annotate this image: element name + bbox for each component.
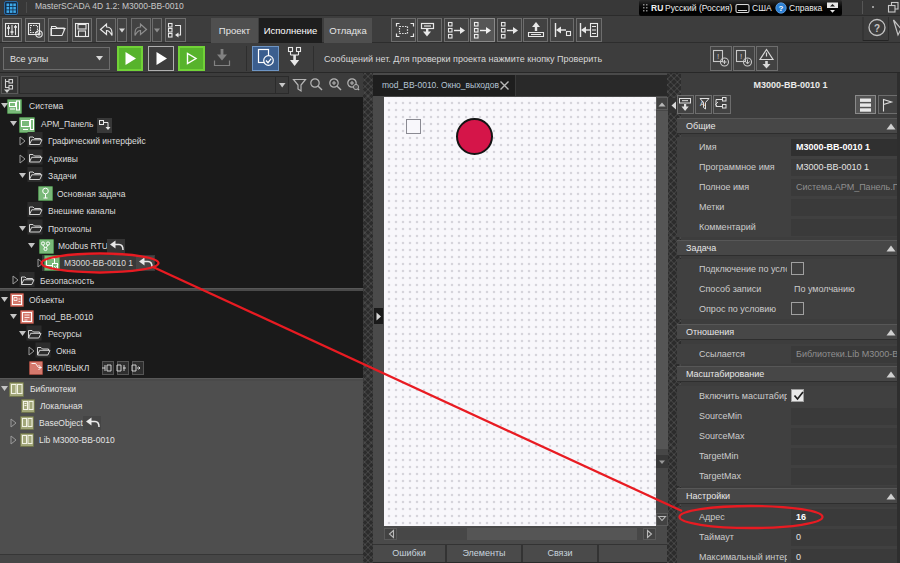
svg-text:?: ? xyxy=(874,23,880,34)
svg-text:!: ! xyxy=(717,52,719,61)
svg-text:A: A xyxy=(700,100,705,107)
svg-text:?: ? xyxy=(779,4,784,13)
svg-text:!: ! xyxy=(740,52,742,61)
